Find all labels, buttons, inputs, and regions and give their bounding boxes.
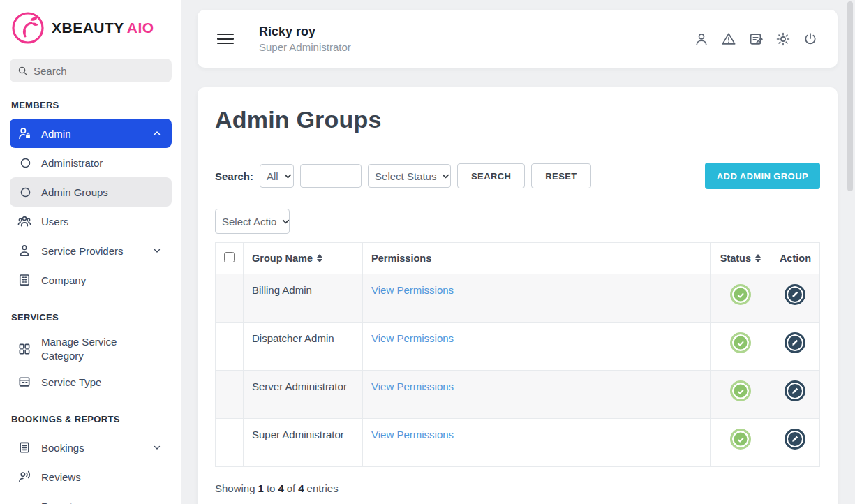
table-header-row: Group Name Permissions Status Action <box>216 243 820 274</box>
column-label: Permissions <box>371 253 431 264</box>
sidebar-section-services: SERVICES <box>11 312 172 323</box>
service-type-card-icon <box>17 375 31 389</box>
search-label: Search: <box>215 170 253 182</box>
status-cell <box>710 274 771 323</box>
row-checkbox-cell <box>216 419 244 467</box>
service-provider-icon <box>17 244 31 258</box>
row-checkbox-cell <box>216 274 244 323</box>
users-icon <box>17 214 31 228</box>
sidebar-item-administrator[interactable]: Administrator <box>10 148 172 177</box>
sidebar-item-bookings[interactable]: Bookings <box>10 433 172 462</box>
power-icon[interactable] <box>803 31 818 47</box>
profile-icon[interactable] <box>694 31 709 47</box>
sidebar-section-members: MEMBERS <box>11 100 172 110</box>
sidebar-item-service-type[interactable]: Service Type <box>10 367 172 396</box>
reset-button[interactable]: RESET <box>531 163 590 188</box>
status-active-icon[interactable] <box>730 332 751 353</box>
search-field-select[interactable]: All <box>260 164 294 188</box>
entries-text: entries <box>307 482 339 494</box>
sort-icon[interactable] <box>755 254 761 262</box>
sidebar-item-label: Reviews <box>41 471 81 483</box>
status-active-icon[interactable] <box>730 284 751 305</box>
add-admin-group-button[interactable]: ADD ADMIN GROUP <box>705 163 820 189</box>
scrollbar-thumb[interactable] <box>847 1 853 191</box>
brand-name: XBEAUTYAIO <box>52 20 154 36</box>
page-title: Admin Groups <box>215 105 820 149</box>
sidebar-search-input[interactable] <box>34 65 164 77</box>
view-permissions-link[interactable]: View Permissions <box>371 284 454 296</box>
app-root: XBEAUTYAIO MEMBERS Admin Administrator A… <box>0 0 855 504</box>
filter-row: Search: All Select Status SEARCH RESET A… <box>215 163 820 189</box>
edit-pencil-icon[interactable] <box>785 332 805 353</box>
form-edit-icon[interactable] <box>748 31 764 47</box>
admin-groups-table: Group Name Permissions Status Action <box>215 242 820 467</box>
action-cell <box>771 323 819 371</box>
chevron-down-icon <box>150 443 164 452</box>
bookings-document-icon <box>17 440 31 454</box>
sidebar-item-service-providers[interactable]: Service Providers <box>10 236 172 265</box>
search-field-value: All <box>267 170 278 182</box>
entries-start: 1 <box>258 482 264 494</box>
action-cell <box>771 274 819 323</box>
edit-pencil-icon[interactable] <box>785 284 805 305</box>
reviews-icon <box>17 470 31 484</box>
sidebar-item-admin-groups[interactable]: Admin Groups <box>10 177 172 207</box>
chevron-down-icon <box>284 172 292 180</box>
settings-gear-icon[interactable] <box>775 31 791 47</box>
sidebar-item-label: Manage Service Category <box>41 335 146 364</box>
edit-pencil-icon[interactable] <box>785 380 805 401</box>
user-name: Ricky roy <box>259 24 351 39</box>
status-active-icon[interactable] <box>730 429 751 450</box>
sidebar-item-admin[interactable]: Admin <box>10 119 172 148</box>
view-permissions-link[interactable]: View Permissions <box>371 380 454 392</box>
permissions-cell: View Permissions <box>363 274 711 323</box>
sidebar-item-users[interactable]: Users <box>10 207 172 236</box>
brand-primary: XBEAUTY <box>52 20 124 36</box>
view-permissions-link[interactable]: View Permissions <box>371 429 454 440</box>
column-header-group-name[interactable]: Group Name <box>244 243 363 274</box>
admin-groups-card: Admin Groups Search: All Select Status S… <box>198 87 838 504</box>
row-checkbox-cell <box>216 371 244 419</box>
column-header-status[interactable]: Status <box>710 243 771 274</box>
user-block[interactable]: Ricky roy Super Administrator <box>259 24 351 53</box>
sidebar-item-label: Admin Groups <box>41 186 108 198</box>
sidebar-item-company[interactable]: Company <box>10 265 172 295</box>
sidebar-item-reports[interactable]: Reports <box>10 491 172 504</box>
sidebar-item-reviews[interactable]: Reviews <box>10 462 172 491</box>
alert-icon[interactable] <box>721 31 736 47</box>
action-cell <box>771 371 819 419</box>
status-cell <box>710 419 771 467</box>
view-permissions-link[interactable]: View Permissions <box>371 332 454 344</box>
chevron-down-icon <box>150 246 164 255</box>
sidebar-item-label: Company <box>41 274 86 286</box>
entries-text: to <box>267 482 276 494</box>
permissions-cell: View Permissions <box>363 371 711 419</box>
table-row: Super Administrator View Permissions <box>216 419 820 467</box>
brand[interactable]: XBEAUTYAIO <box>10 11 172 45</box>
sidebar-section-bookings-reports: BOOKINGS & REPORTS <box>11 414 172 424</box>
sidebar-item-label: Admin <box>41 128 71 140</box>
radio-circle-icon <box>20 157 31 169</box>
edit-pencil-icon[interactable] <box>785 429 805 450</box>
sidebar-search[interactable] <box>10 59 172 82</box>
topbar-icons <box>694 31 818 47</box>
menu-toggle-button[interactable] <box>217 34 234 45</box>
page-scrollbar[interactable] <box>847 1 854 503</box>
sidebar-item-label: Bookings <box>41 442 84 454</box>
group-name-cell: Dispatcher Admin <box>244 323 363 371</box>
bulk-action-select[interactable]: Select Actio <box>215 209 290 234</box>
sidebar-item-label: Users <box>41 216 68 228</box>
search-term-input[interactable] <box>300 164 362 188</box>
search-button[interactable]: SEARCH <box>457 163 525 188</box>
sort-icon[interactable] <box>317 254 322 262</box>
select-all-checkbox[interactable] <box>224 252 235 262</box>
sidebar-item-label: Service Providers <box>41 245 124 257</box>
status-active-icon[interactable] <box>730 380 751 401</box>
sidebar-item-label: Service Type <box>41 376 101 388</box>
reports-chart-icon <box>17 499 31 504</box>
admin-user-lock-icon <box>17 126 31 140</box>
sidebar-item-manage-service-category[interactable]: Manage Service Category <box>10 331 172 367</box>
status-select[interactable]: Select Status <box>368 164 451 188</box>
status-cell <box>710 323 771 371</box>
group-name-cell: Billing Admin <box>244 274 363 323</box>
